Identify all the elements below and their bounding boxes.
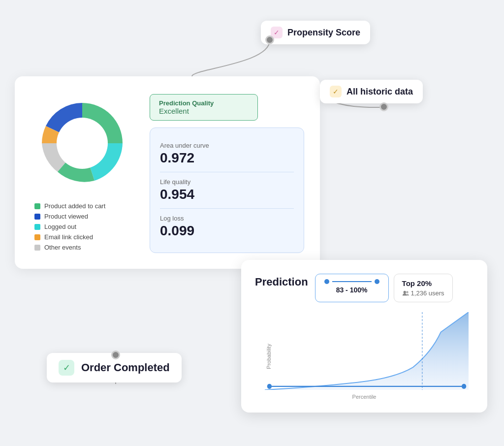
- svg-point-1: [403, 290, 406, 293]
- legend-item-cart: Product added to cart: [34, 202, 105, 210]
- propensity-label: Propensity Score: [287, 28, 360, 38]
- legend-label-logout: Logged out: [44, 223, 76, 230]
- legend-item-email: Email link clicked: [34, 233, 105, 241]
- legend-label-cart: Product added to cart: [44, 202, 105, 210]
- top-percent: Top 20%: [402, 279, 444, 287]
- slider-dot-left: [324, 279, 329, 284]
- order-label: Order Completed: [81, 361, 170, 374]
- prediction-quality-badge: Prediction Quality Excellent: [150, 94, 258, 121]
- metric-row-life: Life quality 0.954: [160, 172, 294, 208]
- metric-row-loss: Log loss 0.099: [160, 208, 294, 245]
- slider-dot-right: [375, 279, 379, 284]
- donut-section: Product added to cart Product viewed Log…: [31, 94, 134, 251]
- metric-value-loss: 0.099: [160, 223, 294, 239]
- legend-label-email: Email link clicked: [44, 233, 93, 241]
- top-box: Top 20% 1,236 users: [394, 274, 453, 302]
- historic-label: All historic data: [346, 87, 413, 97]
- legend-item-other: Other events: [34, 244, 105, 251]
- svg-point-0: [57, 118, 108, 169]
- legend-item-logout: Logged out: [34, 223, 105, 230]
- legend-dot-cart: [34, 203, 40, 209]
- historic-connector-dot: [379, 102, 388, 111]
- legend-dot-other: [34, 245, 40, 251]
- historic-check-icon: ✓: [330, 86, 342, 97]
- legend-label-other: Other events: [44, 244, 81, 251]
- prediction-quality-label: Prediction Quality: [159, 99, 249, 107]
- slider-line: [332, 281, 372, 282]
- metric-value-life: 0.954: [160, 187, 294, 202]
- range-slider: [324, 279, 379, 284]
- chart-svg: [265, 312, 469, 390]
- metrics-box: Area under curve 0.972 Life quality 0.95…: [150, 127, 304, 253]
- range-text: 83 - 100%: [336, 286, 368, 294]
- legend-dot-viewed: [34, 214, 40, 220]
- users-icon: [402, 290, 409, 297]
- metric-row-auc: Area under curve 0.972: [160, 136, 294, 172]
- top-users: 1,236 users: [402, 289, 444, 297]
- svg-point-5: [462, 384, 466, 389]
- metrics-section: Prediction Quality Excellent Area under …: [150, 94, 304, 253]
- legend: Product added to cart Product viewed Log…: [34, 202, 105, 251]
- chart-area: Probability: [255, 312, 473, 401]
- svg-point-4: [267, 384, 272, 389]
- legend-dot-logout: [34, 224, 40, 230]
- prediction-title: Prediction: [255, 274, 308, 288]
- legend-item-viewed: Product viewed: [34, 213, 105, 220]
- prediction-range-box: 83 - 100%: [315, 274, 389, 302]
- legend-dot-email: [34, 234, 40, 240]
- propensity-tag: ✓ Propensity Score: [261, 21, 370, 44]
- donut-chart: [33, 94, 131, 192]
- prediction-quality-value: Excellent: [159, 107, 249, 115]
- main-analytics-card: Product added to cart Product viewed Log…: [15, 76, 320, 269]
- propensity-connector-dot: [265, 35, 274, 44]
- svg-point-2: [406, 291, 408, 293]
- prediction-card: Prediction 83 - 100% Top 20% 1,236 users: [241, 260, 487, 413]
- metric-label-loss: Log loss: [160, 215, 294, 222]
- metric-value-auc: 0.972: [160, 150, 294, 166]
- order-check-icon: ✓: [59, 360, 74, 376]
- metric-label-life: Life quality: [160, 178, 294, 186]
- order-connector-dot: [111, 350, 120, 359]
- metric-label-auc: Area under curve: [160, 142, 294, 149]
- legend-label-viewed: Product viewed: [44, 213, 88, 220]
- x-axis-label: Percentile: [352, 394, 377, 400]
- historic-tag: ✓ All historic data: [320, 80, 423, 103]
- prediction-header: Prediction 83 - 100% Top 20% 1,236 users: [255, 274, 473, 302]
